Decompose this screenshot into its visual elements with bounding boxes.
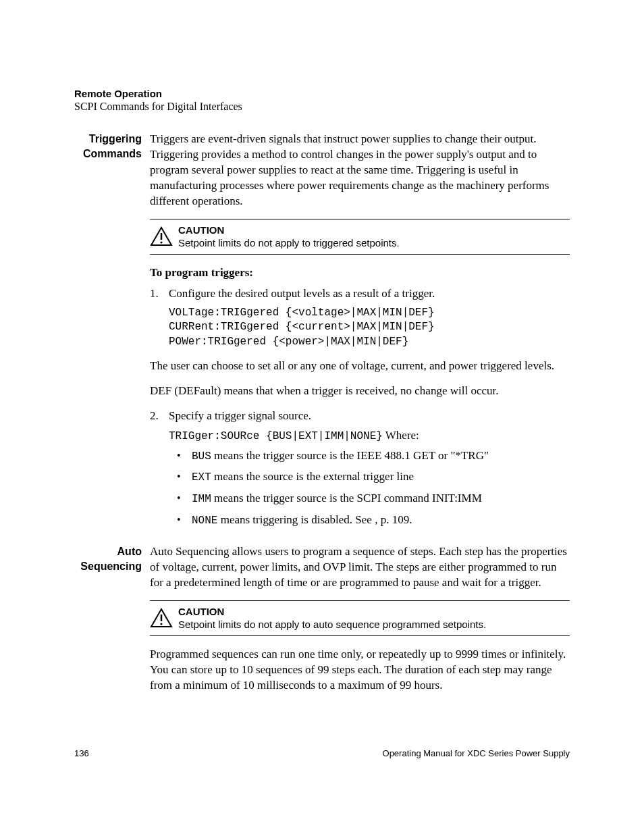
body-triggering: Triggers are event-driven signals that i… [150,132,570,533]
bullet-list: BUS means the trigger source is the IEEE… [177,448,570,528]
svg-point-5 [160,623,162,625]
step-2: 2. Specify a trigger signal source. [150,409,570,424]
caution-text: Setpoint limits do not apply to auto seq… [178,618,486,631]
code-line-wrap: TRIGger:SOURce {BUS|EXT|IMM|NONE} Where: [169,428,570,444]
page-header: Remote Operation SCPI Commands for Digit… [74,88,570,113]
page-footer: 136 Operating Manual for XDC Series Powe… [74,748,570,758]
code-inline: EXT [192,471,211,484]
section-triggering: Triggering Commands Triggers are event-d… [74,132,570,533]
step-text: Configure the desired output levels as a… [169,286,435,302]
bullet-text: means the trigger source is the IEEE 488… [211,449,489,462]
svg-point-2 [160,242,162,244]
code-block: VOLTage:TRIGgered {<voltage>|MAX|MIN|DEF… [169,306,570,350]
paragraph: The user can choose to set all or any on… [150,359,570,374]
section-auto-sequencing: Auto Sequencing Auto Sequencing allows u… [74,544,570,703]
header-subtitle: SCPI Commands for Digital Interfaces [74,101,570,113]
header-title: Remote Operation [74,88,570,99]
list-item: IMM means the trigger source is the SCPI… [177,491,570,507]
caution-box: CAUTION Setpoint limits do not apply to … [150,600,570,636]
code-suffix: Where: [383,429,419,442]
caution-label: CAUTION [178,224,400,237]
bullet-text: means the source is the external trigger… [211,470,414,483]
page: Remote Operation SCPI Commands for Digit… [0,0,644,834]
warning-triangle-icon [150,226,173,246]
paragraph: Triggers are event-driven signals that i… [150,132,570,209]
paragraph: Auto Sequencing allows users to program … [150,544,570,591]
side-label-line: Commands [83,148,142,159]
caution-label: CAUTION [178,605,486,619]
list-item: EXT means the source is the external tri… [177,469,570,486]
list-item: BUS means the trigger source is the IEEE… [177,448,570,465]
side-label-line: Sequencing [80,561,142,572]
step-1: 1. Configure the desired output levels a… [150,286,570,302]
step-text: Specify a trigger signal source. [169,409,311,424]
step-number: 2. [150,409,169,424]
code-inline: BUS [192,450,211,463]
code-inline: NONE [192,515,217,527]
footer-title: Operating Manual for XDC Series Power Su… [383,748,570,758]
side-label-line: Auto [117,546,142,557]
warning-triangle-icon [150,608,173,628]
code-inline: TRIGger:SOURce {BUS|EXT|IMM|NONE} [169,430,383,442]
side-label-line: Triggering [89,133,142,145]
paragraph: Programmed sequences can run one time on… [150,647,570,694]
page-number: 136 [74,748,89,758]
side-label-triggering: Triggering Commands [74,132,150,533]
bullet-text: means the trigger source is the SCPI com… [211,492,482,504]
side-label-auto: Auto Sequencing [74,544,150,703]
list-item: NONE means triggering is disabled. See ,… [177,513,570,529]
bullet-text: means triggering is disabled. See , p. 1… [217,513,412,526]
body-auto: Auto Sequencing allows users to program … [150,544,570,703]
caution-text: Setpoint limits do not apply to triggere… [178,236,400,250]
step-number: 1. [150,286,169,302]
subheading: To program triggers: [150,265,570,281]
caution-text-wrap: CAUTION Setpoint limits do not apply to … [178,224,400,250]
paragraph: DEF (DEFault) means that when a trigger … [150,384,570,399]
caution-text-wrap: CAUTION Setpoint limits do not apply to … [178,605,486,631]
caution-box: CAUTION Setpoint limits do not apply to … [150,219,570,255]
code-inline: IMM [192,493,211,505]
